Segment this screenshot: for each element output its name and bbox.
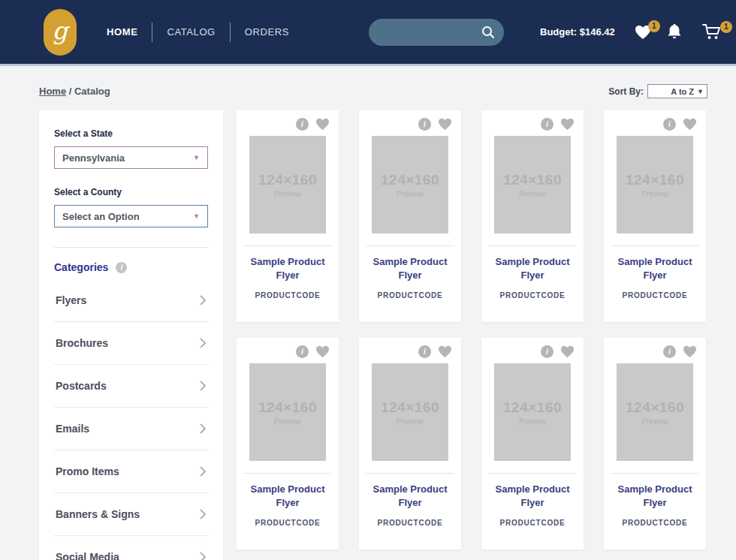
product-preview[interactable]: 124×160 Preview [372,363,448,461]
info-icon[interactable]: i [296,345,309,358]
heart-icon [560,118,575,131]
category-item-postcards[interactable]: Postcards [54,365,208,408]
info-icon[interactable]: i [663,118,676,131]
card-divider [488,245,577,246]
info-icon[interactable]: i [418,118,431,131]
sidebar-divider [54,247,208,248]
favorite-button[interactable] [315,345,330,358]
chevron-right-icon [199,337,207,349]
search-button[interactable] [481,26,495,39]
product-preview[interactable]: 124×160 Preview [249,136,326,233]
breadcrumb: Home / Catalog [39,86,110,97]
product-title-link[interactable]: Sample Product Flyer [481,483,584,509]
product-preview[interactable]: 124×160 Preview [617,136,693,233]
product-card: i 124×160 Preview Sample Product Flyer P… [237,110,339,322]
product-title-link[interactable]: Sample Product Flyer [237,483,339,509]
nav-catalog[interactable]: CATALOG [165,22,216,42]
info-icon[interactable]: i [541,345,554,358]
category-item-brochures[interactable]: Brochures [54,322,208,365]
top-navbar: g HOME CATALOG ORDERS Budget: $146.42 1 [0,0,736,66]
product-preview[interactable]: 124×160 Preview [617,363,693,461]
product-title-link[interactable]: Sample Product Flyer [359,483,461,509]
nav-separator [230,23,231,42]
product-title-link[interactable]: Sample Product Flyer [359,255,461,282]
state-label: Select a State [54,128,208,139]
chevron-right-icon [199,551,207,560]
main-content: Select a State Pennsylvania ▼ Select a C… [39,110,736,560]
product-code: PRODUCTCODE [604,519,706,527]
favorite-button[interactable] [560,345,575,358]
favorite-button[interactable] [683,118,697,131]
heart-icon [315,345,330,358]
category-item-banners-signs[interactable]: Banners & Signs [54,493,208,536]
chevron-down-icon: ▼ [193,212,200,220]
product-preview[interactable]: 124×160 Preview [494,136,571,233]
favorite-button[interactable] [315,118,330,131]
category-item-emails[interactable]: Emails [54,408,208,450]
breadcrumb-separator: / [66,86,74,97]
state-selected-value: Pennsylvania [62,152,125,164]
chevron-right-icon [199,423,207,435]
brand-logo[interactable]: g [44,9,77,56]
search-icon [481,26,495,39]
nav-separator [152,23,152,42]
product-code: PRODUCTCODE [481,519,584,527]
product-card: i 124×160 Preview Sample Product Flyer P… [481,338,584,549]
info-icon[interactable]: i [541,118,554,131]
chevron-down-icon: ▼ [193,154,200,161]
favorite-button[interactable] [683,345,697,358]
breadcrumb-home-link[interactable]: Home [39,86,66,97]
info-icon[interactable]: i [116,262,127,273]
chevron-right-icon [199,508,207,520]
info-icon[interactable]: i [663,345,676,358]
favorites-button[interactable]: 1 [635,25,651,40]
card-divider [366,245,454,246]
category-item-flyers[interactable]: Flyers [54,279,208,322]
favorite-button[interactable] [560,118,575,131]
notifications-button[interactable] [668,24,681,40]
product-title-link[interactable]: Sample Product Flyer [604,483,706,509]
heart-icon [683,118,697,131]
heart-icon [315,118,330,131]
product-title-link[interactable]: Sample Product Flyer [604,255,706,282]
product-preview[interactable]: 124×160 Preview [372,136,448,233]
main-nav: HOME CATALOG ORDERS [105,22,291,42]
nav-orders[interactable]: ORDERS [243,22,291,42]
product-title-link[interactable]: Sample Product Flyer [237,255,339,282]
county-select[interactable]: Select an Option ▼ [54,205,208,227]
category-item-social-media[interactable]: Social Media [54,536,208,560]
product-title-link[interactable]: Sample Product Flyer [481,255,584,282]
chevron-right-icon [199,380,207,392]
cart-button[interactable]: 1 [702,24,722,41]
card-divider [488,473,577,474]
product-code: PRODUCTCODE [237,291,339,300]
nav-home[interactable]: HOME [105,22,139,42]
favorite-button[interactable] [438,118,452,131]
info-icon[interactable]: i [418,345,431,358]
sort-selected-value: A to Z [671,87,694,96]
heart-icon [683,345,697,358]
product-code: PRODUCTCODE [237,519,339,527]
chevron-right-icon [199,465,207,477]
card-divider [611,473,699,474]
product-preview[interactable]: 124×160 Preview [494,363,571,461]
filter-sidebar: Select a State Pennsylvania ▼ Select a C… [39,110,223,560]
product-code: PRODUCTCODE [359,291,461,300]
search-bar[interactable] [369,19,504,46]
budget-label: Budget: $146.42 [540,26,615,38]
sort-select[interactable]: A to Z ▼ [647,84,707,98]
product-preview[interactable]: 124×160 Preview [249,363,326,461]
state-select[interactable]: Pennsylvania ▼ [54,146,208,169]
heart-icon [560,345,575,358]
product-card: i 124×160 Preview Sample Product Flyer P… [359,338,461,549]
info-icon[interactable]: i [296,118,309,131]
favorite-button[interactable] [438,345,452,358]
brand-logo-glyph: g [53,19,68,43]
category-item-promo-items[interactable]: Promo Items [54,450,208,493]
product-card: i 124×160 Preview Sample Product Flyer P… [604,110,706,322]
county-selected-value: Select an Option [62,211,140,222]
chevron-right-icon [199,294,207,306]
search-input[interactable] [381,26,481,38]
breadcrumb-current: Catalog [74,86,110,97]
product-card: i 124×160 Preview Sample Product Flyer P… [604,338,706,549]
